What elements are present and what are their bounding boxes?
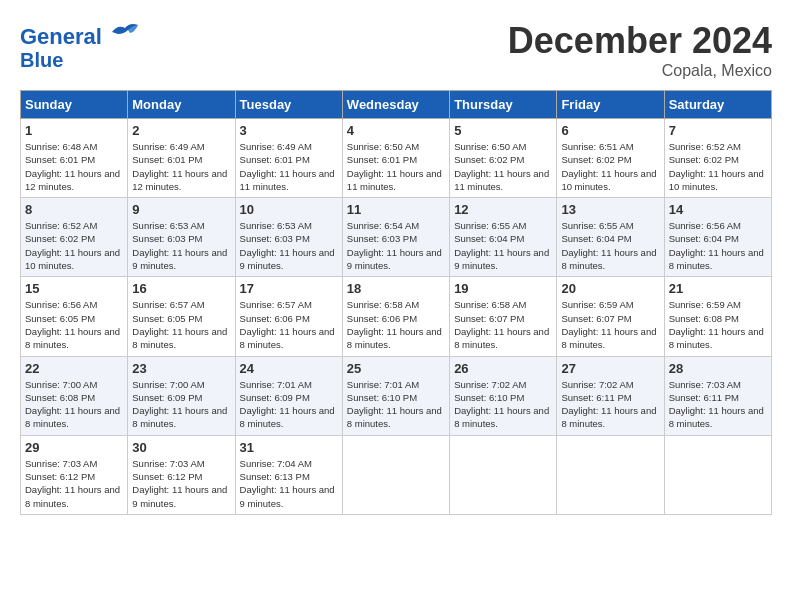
day-number: 13 — [561, 202, 659, 217]
day-number: 6 — [561, 123, 659, 138]
calendar-week-4: 22Sunrise: 7:00 AM Sunset: 6:08 PM Dayli… — [21, 356, 772, 435]
calendar-header-row: SundayMondayTuesdayWednesdayThursdayFrid… — [21, 91, 772, 119]
day-info: Sunrise: 7:04 AM Sunset: 6:13 PM Dayligh… — [240, 457, 338, 510]
calendar-cell: 10Sunrise: 6:53 AM Sunset: 6:03 PM Dayli… — [235, 198, 342, 277]
day-info: Sunrise: 6:53 AM Sunset: 6:03 PM Dayligh… — [132, 219, 230, 272]
day-info: Sunrise: 6:56 AM Sunset: 6:04 PM Dayligh… — [669, 219, 767, 272]
day-info: Sunrise: 6:59 AM Sunset: 6:08 PM Dayligh… — [669, 298, 767, 351]
calendar-cell: 14Sunrise: 6:56 AM Sunset: 6:04 PM Dayli… — [664, 198, 771, 277]
day-number: 9 — [132, 202, 230, 217]
day-info: Sunrise: 6:54 AM Sunset: 6:03 PM Dayligh… — [347, 219, 445, 272]
calendar-cell: 3Sunrise: 6:49 AM Sunset: 6:01 PM Daylig… — [235, 119, 342, 198]
title-block: December 2024 Copala, Mexico — [508, 20, 772, 80]
day-number: 17 — [240, 281, 338, 296]
calendar-cell — [557, 435, 664, 514]
calendar-cell: 5Sunrise: 6:50 AM Sunset: 6:02 PM Daylig… — [450, 119, 557, 198]
calendar-cell: 23Sunrise: 7:00 AM Sunset: 6:09 PM Dayli… — [128, 356, 235, 435]
day-number: 20 — [561, 281, 659, 296]
day-number: 24 — [240, 361, 338, 376]
calendar-cell: 27Sunrise: 7:02 AM Sunset: 6:11 PM Dayli… — [557, 356, 664, 435]
calendar-cell: 6Sunrise: 6:51 AM Sunset: 6:02 PM Daylig… — [557, 119, 664, 198]
day-info: Sunrise: 6:49 AM Sunset: 6:01 PM Dayligh… — [240, 140, 338, 193]
day-number: 4 — [347, 123, 445, 138]
logo-blue: Blue — [20, 49, 140, 71]
calendar-cell: 22Sunrise: 7:00 AM Sunset: 6:08 PM Dayli… — [21, 356, 128, 435]
day-number: 27 — [561, 361, 659, 376]
calendar-cell: 11Sunrise: 6:54 AM Sunset: 6:03 PM Dayli… — [342, 198, 449, 277]
day-number: 8 — [25, 202, 123, 217]
calendar-cell: 1Sunrise: 6:48 AM Sunset: 6:01 PM Daylig… — [21, 119, 128, 198]
calendar-cell: 18Sunrise: 6:58 AM Sunset: 6:06 PM Dayli… — [342, 277, 449, 356]
calendar-cell: 2Sunrise: 6:49 AM Sunset: 6:01 PM Daylig… — [128, 119, 235, 198]
day-number: 30 — [132, 440, 230, 455]
calendar-cell: 7Sunrise: 6:52 AM Sunset: 6:02 PM Daylig… — [664, 119, 771, 198]
calendar-cell: 16Sunrise: 6:57 AM Sunset: 6:05 PM Dayli… — [128, 277, 235, 356]
day-info: Sunrise: 7:02 AM Sunset: 6:11 PM Dayligh… — [561, 378, 659, 431]
header-saturday: Saturday — [664, 91, 771, 119]
logo-general: General — [20, 24, 102, 49]
calendar-cell: 31Sunrise: 7:04 AM Sunset: 6:13 PM Dayli… — [235, 435, 342, 514]
day-number: 26 — [454, 361, 552, 376]
day-number: 10 — [240, 202, 338, 217]
day-info: Sunrise: 6:58 AM Sunset: 6:06 PM Dayligh… — [347, 298, 445, 351]
day-number: 1 — [25, 123, 123, 138]
calendar-week-3: 15Sunrise: 6:56 AM Sunset: 6:05 PM Dayli… — [21, 277, 772, 356]
calendar-cell: 24Sunrise: 7:01 AM Sunset: 6:09 PM Dayli… — [235, 356, 342, 435]
calendar-cell: 30Sunrise: 7:03 AM Sunset: 6:12 PM Dayli… — [128, 435, 235, 514]
calendar-cell: 8Sunrise: 6:52 AM Sunset: 6:02 PM Daylig… — [21, 198, 128, 277]
day-info: Sunrise: 6:49 AM Sunset: 6:01 PM Dayligh… — [132, 140, 230, 193]
calendar-week-1: 1Sunrise: 6:48 AM Sunset: 6:01 PM Daylig… — [21, 119, 772, 198]
calendar-cell: 15Sunrise: 6:56 AM Sunset: 6:05 PM Dayli… — [21, 277, 128, 356]
day-info: Sunrise: 7:00 AM Sunset: 6:09 PM Dayligh… — [132, 378, 230, 431]
day-number: 14 — [669, 202, 767, 217]
logo-bird-icon — [110, 20, 140, 44]
calendar-cell: 4Sunrise: 6:50 AM Sunset: 6:01 PM Daylig… — [342, 119, 449, 198]
day-info: Sunrise: 6:51 AM Sunset: 6:02 PM Dayligh… — [561, 140, 659, 193]
day-number: 31 — [240, 440, 338, 455]
header-monday: Monday — [128, 91, 235, 119]
day-number: 16 — [132, 281, 230, 296]
logo: General Blue — [20, 20, 140, 71]
day-info: Sunrise: 6:48 AM Sunset: 6:01 PM Dayligh… — [25, 140, 123, 193]
day-info: Sunrise: 6:56 AM Sunset: 6:05 PM Dayligh… — [25, 298, 123, 351]
day-info: Sunrise: 7:03 AM Sunset: 6:12 PM Dayligh… — [132, 457, 230, 510]
day-number: 23 — [132, 361, 230, 376]
calendar-cell: 12Sunrise: 6:55 AM Sunset: 6:04 PM Dayli… — [450, 198, 557, 277]
calendar-cell: 25Sunrise: 7:01 AM Sunset: 6:10 PM Dayli… — [342, 356, 449, 435]
calendar-cell: 29Sunrise: 7:03 AM Sunset: 6:12 PM Dayli… — [21, 435, 128, 514]
calendar-week-5: 29Sunrise: 7:03 AM Sunset: 6:12 PM Dayli… — [21, 435, 772, 514]
calendar-week-2: 8Sunrise: 6:52 AM Sunset: 6:02 PM Daylig… — [21, 198, 772, 277]
day-number: 7 — [669, 123, 767, 138]
day-number: 28 — [669, 361, 767, 376]
header-wednesday: Wednesday — [342, 91, 449, 119]
page-header: General Blue December 2024 Copala, Mexic… — [20, 20, 772, 80]
header-friday: Friday — [557, 91, 664, 119]
header-tuesday: Tuesday — [235, 91, 342, 119]
calendar-cell — [664, 435, 771, 514]
day-number: 21 — [669, 281, 767, 296]
calendar-cell: 9Sunrise: 6:53 AM Sunset: 6:03 PM Daylig… — [128, 198, 235, 277]
month-title: December 2024 — [508, 20, 772, 62]
day-info: Sunrise: 7:03 AM Sunset: 6:12 PM Dayligh… — [25, 457, 123, 510]
day-info: Sunrise: 6:52 AM Sunset: 6:02 PM Dayligh… — [669, 140, 767, 193]
calendar-cell — [450, 435, 557, 514]
header-thursday: Thursday — [450, 91, 557, 119]
calendar-cell: 28Sunrise: 7:03 AM Sunset: 6:11 PM Dayli… — [664, 356, 771, 435]
calendar-cell: 17Sunrise: 6:57 AM Sunset: 6:06 PM Dayli… — [235, 277, 342, 356]
day-number: 3 — [240, 123, 338, 138]
day-number: 22 — [25, 361, 123, 376]
day-info: Sunrise: 7:03 AM Sunset: 6:11 PM Dayligh… — [669, 378, 767, 431]
calendar-cell: 20Sunrise: 6:59 AM Sunset: 6:07 PM Dayli… — [557, 277, 664, 356]
day-info: Sunrise: 6:53 AM Sunset: 6:03 PM Dayligh… — [240, 219, 338, 272]
calendar-cell: 19Sunrise: 6:58 AM Sunset: 6:07 PM Dayli… — [450, 277, 557, 356]
day-number: 2 — [132, 123, 230, 138]
location: Copala, Mexico — [508, 62, 772, 80]
day-number: 5 — [454, 123, 552, 138]
day-number: 25 — [347, 361, 445, 376]
day-number: 11 — [347, 202, 445, 217]
day-info: Sunrise: 6:59 AM Sunset: 6:07 PM Dayligh… — [561, 298, 659, 351]
day-info: Sunrise: 6:50 AM Sunset: 6:02 PM Dayligh… — [454, 140, 552, 193]
day-info: Sunrise: 6:58 AM Sunset: 6:07 PM Dayligh… — [454, 298, 552, 351]
day-info: Sunrise: 6:50 AM Sunset: 6:01 PM Dayligh… — [347, 140, 445, 193]
day-number: 19 — [454, 281, 552, 296]
